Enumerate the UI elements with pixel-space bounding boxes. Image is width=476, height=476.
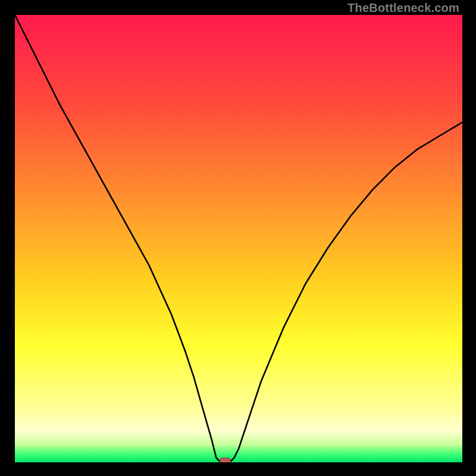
gradient-background [15, 15, 462, 462]
optimum-marker [220, 458, 230, 462]
chart-frame: TheBottleneck.com [0, 0, 476, 476]
chart-svg [15, 15, 462, 462]
watermark-text: TheBottleneck.com [347, 1, 459, 15]
plot-area [14, 14, 463, 463]
